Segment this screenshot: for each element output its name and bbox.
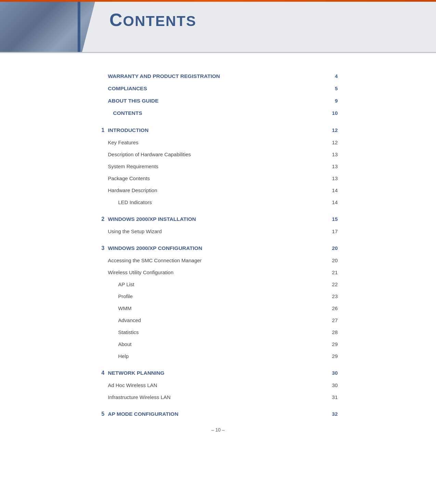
title-first-letter: C [109,10,123,30]
page-number: 30 [328,370,338,376]
page-number: 13 [328,175,338,181]
toc-row: COMPLIANCES5 [98,82,338,95]
entry-title: ABOUT THIS GUIDE [108,98,328,104]
page-number: 29 [328,353,338,359]
header-main: CONTENTS [96,0,436,52]
page-number: 14 [328,199,338,205]
entry-title: Hardware Description [108,187,328,193]
toc-row: WMM26 [98,302,338,314]
page-number: 31 [328,394,338,400]
toc-row: Accessing the SMC Connection Manager20 [98,254,338,266]
page-number: 21 [328,269,338,275]
toc-row: Help29 [98,350,338,362]
content-area: WARRANTY AND PRODUCT REGISTRATION4COMPLI… [0,53,436,504]
entry-title: Ad Hoc Wireless LAN [108,382,328,388]
toc-table: WARRANTY AND PRODUCT REGISTRATION4COMPLI… [98,70,338,420]
page-number: 5 [328,85,338,91]
toc-row: Infrastructure Wireless LAN31 [98,391,338,403]
toc-row: CONTENTS10 [98,107,338,119]
toc-spacer [98,362,338,367]
page-header: CONTENTS [0,0,436,53]
entry-title: Wireless Utility Configuration [108,269,328,275]
entry-title: System Requirements [108,163,328,169]
toc-spacer [98,237,338,242]
entry-title: Using the Setup Wizard [108,228,328,234]
toc-row: Hardware Description14 [98,184,338,196]
entry-title: Package Contents [108,175,328,181]
page-number: 27 [328,317,338,323]
page-title: CONTENTS [109,10,196,30]
toc-row: WARRANTY AND PRODUCT REGISTRATION4 [98,70,338,82]
page-number: 17 [328,228,338,234]
entry-title: Key Features [108,140,328,145]
toc-row: Statistics28 [98,326,338,338]
entry-title: AP MODE CONFIGURATION [108,411,328,417]
toc-row: 2WINDOWS 2000/XP INSTALLATION15 [98,213,338,225]
entry-title: Advanced [108,317,328,323]
page-number: 4 [328,73,338,79]
toc-row: Package Contents13 [98,172,338,184]
entry-title: AP List [108,281,328,287]
entry-title: Help [108,353,328,359]
toc-row: 4NETWORK PLANNING30 [98,367,338,379]
entry-title: Description of Hardware Capabilities [108,151,328,157]
entry-title: About [108,341,328,347]
entry-title: WINDOWS 2000/XP INSTALLATION [108,216,328,222]
entry-title: Profile [108,293,328,299]
toc-row: Ad Hoc Wireless LAN30 [98,379,338,391]
page-number: 12 [328,140,338,145]
page-number: 22 [328,281,338,287]
toc-row: 3WINDOWS 2000/XP CONFIGURATION20 [98,242,338,254]
toc-row: 5AP MODE CONFIGURATION32 [98,408,338,420]
entry-title: NETWORK PLANNING [108,370,328,376]
toc-row: Advanced27 [98,314,338,326]
page-number: 9 [328,98,338,104]
toc-row: Key Features12 [98,136,338,148]
chapter-number: 1 [98,127,108,133]
page-number: 15 [328,216,338,222]
page-number: 26 [328,305,338,311]
toc-row: Profile23 [98,290,338,302]
toc-row: AP List22 [98,278,338,290]
entry-title: COMPLIANCES [108,85,328,92]
entry-title: WARRANTY AND PRODUCT REGISTRATION [108,73,328,79]
toc-row: LED Indicators14 [98,196,338,208]
toc-row: Using the Setup Wizard17 [98,225,338,237]
page-number: 20 [328,257,338,263]
entry-title: Infrastructure Wireless LAN [108,394,328,400]
entry-title: Statistics [108,329,328,335]
chapter-number: 3 [98,245,108,251]
footer: – 10 – [0,420,436,439]
toc-row: ABOUT THIS GUIDE9 [98,95,338,107]
toc-spacer [98,119,338,124]
page-number: 32 [328,411,338,417]
page-number: 10 [328,110,338,116]
page-number: 13 [328,163,338,169]
chapter-number: 5 [98,411,108,417]
page-number: 14 [328,187,338,193]
entry-title: WINDOWS 2000/XP CONFIGURATION [108,245,328,251]
toc-row: Description of Hardware Capabilities13 [98,148,338,160]
sidebar-blue-line [78,0,80,52]
toc-spacer [98,208,338,213]
entry-title: Accessing the SMC Connection Manager [108,257,328,263]
toc-row: 1INTRODUCTION12 [98,124,338,136]
page-number: 13 [328,151,338,157]
entry-title: INTRODUCTION [108,127,328,133]
toc-spacer [98,403,338,408]
page-number: 23 [328,293,338,299]
entry-title: CONTENTS [108,110,328,116]
header-sidebar [0,0,96,52]
entry-title: LED Indicators [108,199,328,205]
chapter-number: 2 [98,216,108,222]
page-number: 30 [328,382,338,388]
chapter-number: 4 [98,370,108,376]
page-number: 20 [328,245,338,251]
toc-row: System Requirements13 [98,160,338,172]
page-number: 28 [328,329,338,335]
toc-row: Wireless Utility Configuration21 [98,266,338,278]
page-number: 29 [328,341,338,347]
entry-title: WMM [108,305,328,311]
title-rest: ONTENTS [123,13,197,29]
page-number: 12 [328,127,338,133]
